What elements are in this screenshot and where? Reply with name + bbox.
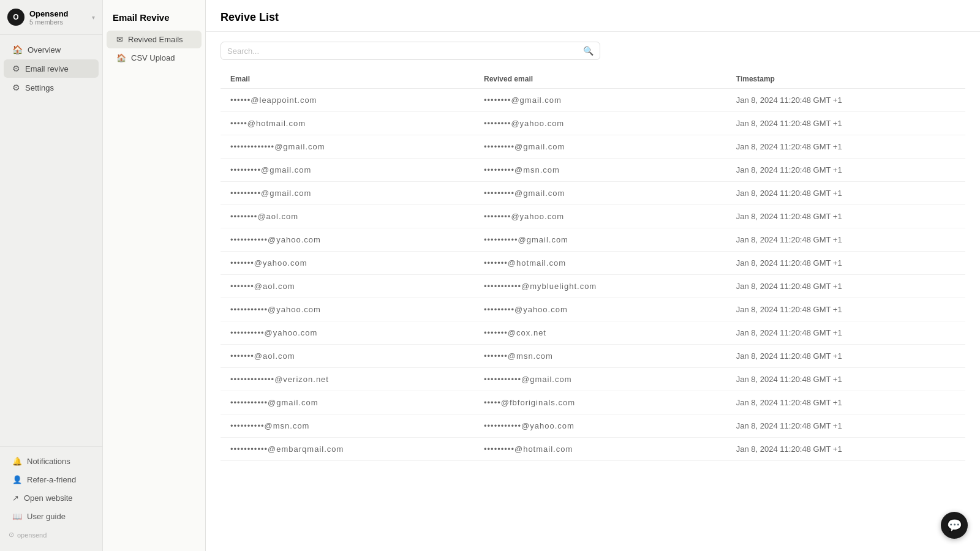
cell-timestamp: Jan 8, 2024 11:20:48 GMT +1 [726, 135, 965, 159]
cell-revived-email: •••••••@hotmail.com [474, 252, 726, 275]
cell-email: •••••••••@gmail.com [221, 182, 474, 205]
cell-timestamp: Jan 8, 2024 11:20:48 GMT +1 [726, 438, 965, 461]
sub-sidebar-item-revived-emails[interactable]: ✉ Revived Emails [107, 31, 202, 48]
search-input[interactable] [227, 47, 583, 56]
refer-icon: 👤 [12, 475, 22, 484]
sidebar-item-email-revive-label: Email revive [25, 64, 69, 73]
cell-timestamp: Jan 8, 2024 11:20:48 GMT +1 [726, 321, 965, 345]
table-row: •••••••••••@embarqmail.com •••••••••@hot… [221, 438, 965, 461]
chat-button[interactable]: 💬 [941, 512, 968, 539]
table-row: •••••••••••••@gmail.com •••••••••@gmail.… [221, 135, 965, 159]
table-row: •••••••••@gmail.com •••••••••@msn.com Ja… [221, 159, 965, 182]
footer-label: opensend [17, 531, 47, 539]
cell-email: ••••••••••@msn.com [221, 414, 474, 438]
sidebar-nav: 🏠 Overview ⚙ Email revive ⚙ Settings [0, 35, 102, 446]
cell-timestamp: Jan 8, 2024 11:20:48 GMT +1 [726, 89, 965, 112]
cell-email: •••••@hotmail.com [221, 112, 474, 135]
table-row: •••••••••@gmail.com •••••••••@gmail.com … [221, 182, 965, 205]
cell-email: •••••••••••@yahoo.com [221, 298, 474, 321]
cell-revived-email: •••••••••@gmail.com [474, 135, 726, 159]
table-row: •••••@hotmail.com ••••••••@yahoo.com Jan… [221, 112, 965, 135]
cell-email: •••••••••••@embarqmail.com [221, 438, 474, 461]
sidebar-item-settings-label: Settings [25, 83, 54, 92]
cell-email: •••••••••@gmail.com [221, 159, 474, 182]
table-header-row: Email Revived email Timestamp [221, 70, 965, 89]
sidebar: O Opensend 5 members ▾ 🏠 Overview ⚙ Emai… [0, 0, 103, 551]
sidebar-item-refer-a-friend[interactable]: 👤 Refer-a-friend [4, 471, 99, 489]
cell-revived-email: •••••••••@yahoo.com [474, 298, 726, 321]
sub-sidebar-title: Email Revive [103, 10, 205, 30]
cell-timestamp: Jan 8, 2024 11:20:48 GMT +1 [726, 275, 965, 298]
cell-timestamp: Jan 8, 2024 11:20:48 GMT +1 [726, 159, 965, 182]
cell-revived-email: •••••••@cox.net [474, 321, 726, 345]
cell-email: •••••••••••••@verizon.net [221, 368, 474, 391]
cell-revived-email: ••••••••@yahoo.com [474, 205, 726, 228]
sidebar-item-notifications[interactable]: 🔔 Notifications [4, 452, 99, 470]
sidebar-item-overview-label: Overview [28, 45, 61, 54]
col-revived-email: Revived email [474, 70, 726, 89]
main-header: Revive List [206, 0, 980, 32]
sidebar-item-settings[interactable]: ⚙ Settings [4, 78, 99, 97]
cell-revived-email: •••••••••@gmail.com [474, 182, 726, 205]
org-members: 5 members [29, 18, 69, 26]
cell-email: •••••••••••@gmail.com [221, 391, 474, 414]
cell-revived-email: ••••••••@gmail.com [474, 89, 726, 112]
cell-email: ••••••••@aol.com [221, 205, 474, 228]
opensend-icon: ⊙ [9, 531, 14, 539]
cell-timestamp: Jan 8, 2024 11:20:48 GMT +1 [726, 182, 965, 205]
sidebar-footer: ⊙ opensend [0, 526, 102, 544]
table-row: ••••••••••@yahoo.com •••••••@cox.net Jan… [221, 321, 965, 345]
cell-timestamp: Jan 8, 2024 11:20:48 GMT +1 [726, 205, 965, 228]
cell-revived-email: ••••••••••@gmail.com [474, 228, 726, 252]
cell-timestamp: Jan 8, 2024 11:20:48 GMT +1 [726, 391, 965, 414]
table-row: •••••••@yahoo.com •••••••@hotmail.com Ja… [221, 252, 965, 275]
sidebar-item-email-revive[interactable]: ⚙ Email revive [4, 59, 99, 78]
sidebar-item-open-website[interactable]: ↗ Open website [4, 489, 99, 507]
search-icon[interactable]: 🔍 [583, 46, 594, 56]
sub-sidebar-item-csv-upload[interactable]: 🏠 CSV Upload [107, 49, 202, 67]
revived-emails-label: Revived Emails [128, 35, 183, 44]
cell-timestamp: Jan 8, 2024 11:20:48 GMT +1 [726, 228, 965, 252]
notifications-label: Notifications [27, 457, 70, 466]
cell-email: •••••••@aol.com [221, 345, 474, 368]
cell-revived-email: •••••••••@msn.com [474, 159, 726, 182]
external-link-icon: ↗ [12, 493, 19, 503]
cell-email: •••••••@yahoo.com [221, 252, 474, 275]
sidebar-item-user-guide[interactable]: 📖 User guide [4, 508, 99, 525]
csv-upload-icon: 🏠 [116, 53, 126, 62]
notifications-icon: 🔔 [12, 457, 22, 466]
cell-timestamp: Jan 8, 2024 11:20:48 GMT +1 [726, 414, 965, 438]
org-name: Opensend [29, 9, 69, 18]
cell-revived-email: •••••••••••@yahoo.com [474, 414, 726, 438]
main-body: 🔍 Email Revived email Timestamp ••••••@l… [206, 32, 980, 551]
col-timestamp: Timestamp [726, 70, 965, 89]
cell-email: ••••••••••@yahoo.com [221, 321, 474, 345]
cell-timestamp: Jan 8, 2024 11:20:48 GMT +1 [726, 112, 965, 135]
col-email: Email [221, 70, 474, 89]
table-row: •••••••••••@yahoo.com ••••••••••@gmail.c… [221, 228, 965, 252]
org-logo: O [7, 9, 24, 26]
book-icon: 📖 [12, 512, 22, 521]
main-content: Revive List 🔍 Email Revived email Timest… [206, 0, 980, 551]
cell-timestamp: Jan 8, 2024 11:20:48 GMT +1 [726, 252, 965, 275]
search-bar[interactable]: 🔍 [221, 42, 600, 60]
org-info: Opensend 5 members [29, 9, 69, 26]
cell-email: •••••••••••••@gmail.com [221, 135, 474, 159]
sidebar-item-overview[interactable]: 🏠 Overview [4, 40, 99, 59]
cell-revived-email: •••••••••••@gmail.com [474, 368, 726, 391]
chevron-down-icon: ▾ [92, 14, 95, 21]
settings-icon: ⚙ [12, 83, 20, 92]
page-title: Revive List [221, 11, 965, 24]
cell-timestamp: Jan 8, 2024 11:20:48 GMT +1 [726, 298, 965, 321]
cell-timestamp: Jan 8, 2024 11:20:48 GMT +1 [726, 368, 965, 391]
sidebar-bottom: 🔔 Notifications 👤 Refer-a-friend ↗ Open … [0, 446, 102, 551]
home-icon: 🏠 [12, 45, 23, 54]
org-header[interactable]: O Opensend 5 members ▾ [0, 0, 102, 35]
cell-revived-email: •••••@fbforiginals.com [474, 391, 726, 414]
chat-icon: 💬 [947, 518, 962, 533]
table-row: ••••••@leappoint.com ••••••••@gmail.com … [221, 89, 965, 112]
user-guide-label: User guide [27, 512, 66, 521]
table-row: •••••••@aol.com •••••••••••@mybluelight.… [221, 275, 965, 298]
email-revive-icon: ⚙ [12, 64, 20, 73]
cell-email: ••••••@leappoint.com [221, 89, 474, 112]
